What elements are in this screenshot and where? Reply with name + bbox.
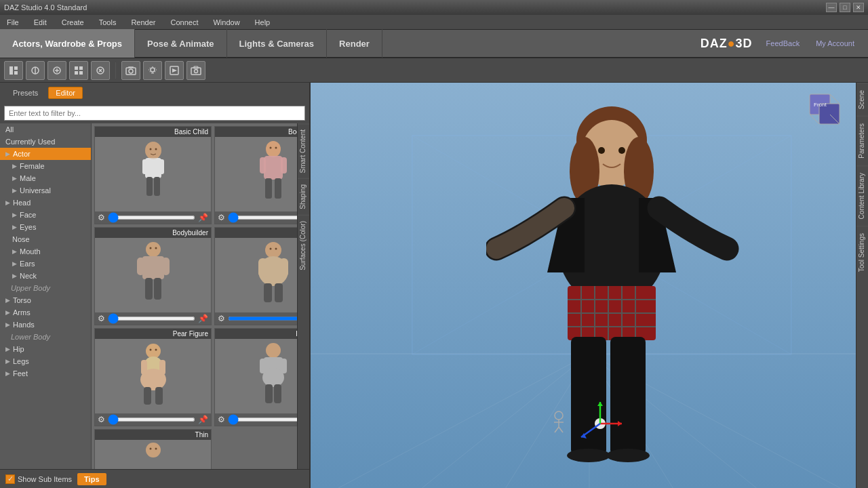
cat-ears[interactable]: ▶ Ears bbox=[0, 258, 91, 270]
cat-feet[interactable]: ▶ Feet bbox=[0, 367, 91, 380]
svg-line-118 bbox=[810, 115, 819, 124]
shaping-tab[interactable]: Shaping bbox=[298, 178, 309, 215]
morph-heavy-slider[interactable] bbox=[228, 317, 297, 321]
toolbar-btn-4[interactable] bbox=[69, 61, 88, 80]
cat-female[interactable]: ▶ Female bbox=[0, 160, 91, 172]
toolbar-btn-snapshot[interactable] bbox=[186, 61, 205, 80]
cat-mouth[interactable]: ▶ Mouth bbox=[0, 245, 91, 258]
cat-head[interactable]: ▶ Head bbox=[0, 197, 91, 209]
nav-render[interactable]: Render bbox=[327, 29, 382, 58]
cat-universal[interactable]: ▶ Universal bbox=[0, 184, 91, 197]
scene-cube[interactable]: Front bbox=[808, 93, 841, 125]
svg-marker-108 bbox=[618, 421, 622, 426]
morph-bodybuilder-slider[interactable] bbox=[108, 317, 195, 321]
morph-body-volume-settings-icon[interactable]: ⚙ bbox=[218, 213, 225, 222]
cat-neck[interactable]: ▶ Neck bbox=[0, 270, 91, 282]
morph-pear-settings-icon[interactable]: ⚙ bbox=[98, 415, 105, 424]
maximize-button[interactable]: □ bbox=[840, 3, 850, 12]
morph-body-volume-slider[interactable] bbox=[228, 216, 297, 220]
cat-actor[interactable]: ▶ Actor bbox=[0, 148, 91, 160]
cat-torso[interactable]: ▶ Torso bbox=[0, 294, 91, 306]
morph-pear-pin-icon[interactable]: 📌 bbox=[198, 415, 208, 424]
svg-rect-55 bbox=[159, 360, 165, 375]
viewport[interactable]: Front Scene Parameters Content Library T… bbox=[311, 83, 868, 488]
smart-content-tab[interactable]: Smart Content bbox=[298, 123, 309, 178]
svg-point-35 bbox=[146, 242, 161, 257]
tips-button[interactable]: Tips bbox=[77, 473, 106, 485]
svg-rect-28 bbox=[264, 156, 283, 180]
surfaces-color-tab[interactable]: Surfaces (Color) bbox=[298, 215, 309, 276]
close-button[interactable]: ✕ bbox=[853, 3, 864, 12]
lower-body-label: Lower Body bbox=[11, 333, 50, 341]
toolbar-btn-2[interactable] bbox=[26, 61, 45, 80]
morph-basic-child[interactable]: Basic Child bbox=[94, 126, 212, 224]
cat-hip[interactable]: ▶ Hip bbox=[0, 343, 91, 355]
menu-render[interactable]: Render bbox=[128, 17, 158, 28]
morph-basic-child-settings-icon[interactable]: ⚙ bbox=[98, 213, 105, 222]
universal-arrow: ▶ bbox=[12, 187, 17, 194]
show-sub-items-checkbox[interactable]: ✓ bbox=[5, 474, 15, 484]
cat-face[interactable]: ▶ Face bbox=[0, 209, 91, 221]
morph-thin[interactable]: Thin bbox=[94, 429, 212, 469]
menu-create[interactable]: Create bbox=[59, 17, 87, 28]
toolbar-btn-3[interactable] bbox=[47, 61, 66, 80]
morph-bodybuilder[interactable]: Bodybuilder bbox=[94, 227, 212, 325]
menu-help[interactable]: Help bbox=[252, 17, 273, 28]
morph-bodybuilder-settings-icon[interactable]: ⚙ bbox=[98, 314, 105, 323]
show-sub-items[interactable]: ✓ Show Sub Items bbox=[5, 474, 72, 484]
morph-heavy-img bbox=[215, 238, 297, 312]
morph-basic-child-slider[interactable] bbox=[108, 216, 195, 220]
svg-point-13 bbox=[151, 68, 155, 72]
toolbar-btn-5[interactable] bbox=[91, 61, 110, 80]
svg-rect-36 bbox=[142, 256, 164, 279]
parameters-tab[interactable]: Parameters bbox=[856, 116, 869, 165]
transform-gizmo[interactable] bbox=[573, 396, 627, 451]
nav-lights[interactable]: Lights & Cameras bbox=[227, 29, 328, 58]
editor-tab[interactable]: Editor bbox=[48, 87, 83, 99]
account-link[interactable]: My Account bbox=[813, 38, 857, 49]
cat-eyes[interactable]: ▶ Eyes bbox=[0, 221, 91, 233]
feedback-link[interactable]: FeedBack bbox=[764, 38, 803, 49]
toolbar-btn-render-icon[interactable] bbox=[165, 61, 184, 80]
menu-window[interactable]: Window bbox=[210, 17, 242, 28]
tool-settings-tab[interactable]: Tool Settings bbox=[856, 226, 869, 279]
cat-currently-used[interactable]: Currently Used bbox=[0, 136, 91, 148]
content-library-tab[interactable]: Content Library bbox=[856, 165, 869, 226]
cat-nose[interactable]: Nose bbox=[0, 233, 91, 245]
morph-pot-bellied[interactable]: Pot Bellied 0.00 bbox=[214, 328, 297, 426]
morph-heavy[interactable]: Heavy 1.00 bbox=[214, 227, 297, 325]
morph-pear-figure[interactable]: Pear Figure bbox=[94, 328, 212, 426]
morph-bodybuilder-controls: ⚙ 📌 bbox=[95, 312, 211, 325]
toolbar-btn-light[interactable] bbox=[143, 61, 162, 80]
cat-legs[interactable]: ▶ Legs bbox=[0, 355, 91, 367]
side-tabs: Smart Content Shaping Surfaces (Color) bbox=[297, 123, 309, 469]
toolbar-btn-camera[interactable] bbox=[121, 61, 140, 80]
legs-arrow: ▶ bbox=[5, 358, 10, 365]
actor-arrow: ▶ bbox=[5, 150, 10, 157]
cat-actor-label: Actor bbox=[13, 150, 31, 158]
scene-tab[interactable]: Scene bbox=[856, 83, 869, 116]
menu-tools[interactable]: Tools bbox=[96, 17, 119, 28]
morph-body-volume[interactable]: Body Volume 0.00 bbox=[214, 126, 297, 224]
cat-all[interactable]: All bbox=[0, 123, 91, 136]
mouth-arrow: ▶ bbox=[12, 248, 17, 255]
morph-heavy-settings-icon[interactable]: ⚙ bbox=[218, 314, 225, 323]
nav-actors[interactable]: Actors, Wardrobe & Props bbox=[0, 29, 135, 58]
menu-connect[interactable]: Connect bbox=[168, 17, 201, 28]
nav-pose[interactable]: Pose & Animate bbox=[135, 29, 227, 58]
morph-pot-bellied-settings-icon[interactable]: ⚙ bbox=[218, 415, 225, 424]
menu-file[interactable]: File bbox=[4, 17, 22, 28]
cat-hands[interactable]: ▶ Hands bbox=[0, 319, 91, 331]
cat-arms[interactable]: ▶ Arms bbox=[0, 306, 91, 319]
menu-edit[interactable]: Edit bbox=[31, 17, 50, 28]
cat-mouth-label: Mouth bbox=[20, 247, 41, 256]
filter-input[interactable] bbox=[4, 106, 305, 121]
minimize-button[interactable]: — bbox=[826, 3, 837, 12]
morph-pear-slider[interactable] bbox=[108, 418, 195, 422]
morph-bodybuilder-pin-icon[interactable]: 📌 bbox=[198, 314, 208, 323]
morph-basic-child-pin-icon[interactable]: 📌 bbox=[198, 213, 208, 222]
presets-tab[interactable]: Presets bbox=[5, 87, 45, 99]
cat-male[interactable]: ▶ Male bbox=[0, 172, 91, 184]
toolbar-btn-1[interactable] bbox=[4, 61, 23, 80]
morph-pot-bellied-slider[interactable] bbox=[228, 418, 297, 422]
